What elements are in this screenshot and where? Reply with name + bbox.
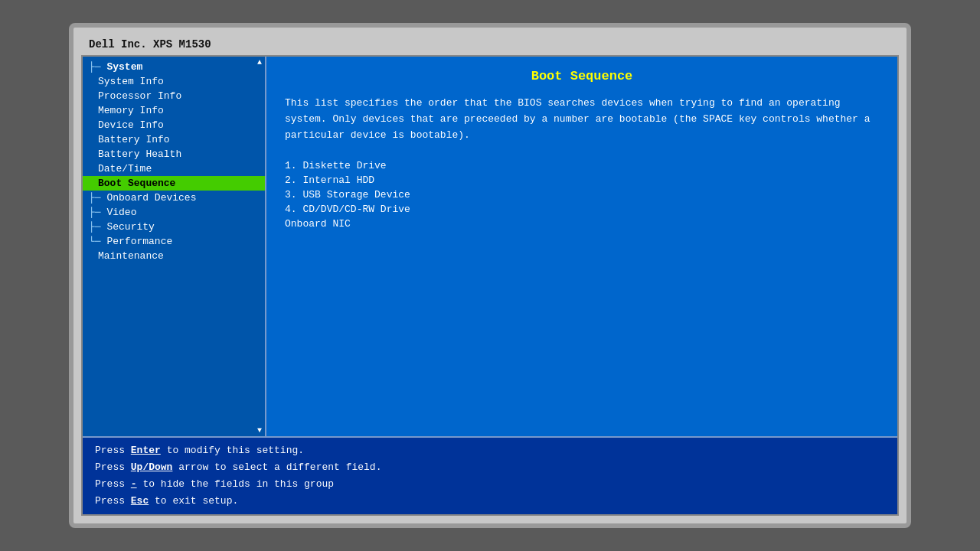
status-line-4: Press Esc to exit setup.	[95, 493, 885, 510]
key-enter: Enter	[131, 445, 161, 456]
sidebar-item-battery-info[interactable]: Battery Info	[83, 132, 265, 147]
tree-icon-system: ├─	[89, 61, 101, 73]
key-minus: -	[131, 478, 137, 490]
tree-icon-performance: └─	[89, 236, 101, 247]
sidebar-item-battery-health[interactable]: Battery Health	[83, 147, 265, 161]
boot-sequence-list: 1. Diskette Drive 2. Internal HDD 3. USB…	[285, 158, 879, 231]
sidebar-item-video[interactable]: ├─ Video	[83, 205, 265, 220]
boot-item-2-number: 2.	[285, 174, 297, 186]
status-line-2: Press Up/Down arrow to select a differen…	[95, 459, 885, 476]
status-bar: Press Enter to modify this setting. Pres…	[83, 436, 897, 514]
boot-item-3[interactable]: 3. USB Storage Device	[285, 187, 879, 202]
sidebar-item-memory-info[interactable]: Memory Info	[83, 103, 265, 118]
title-text: Dell Inc. XPS M1530	[89, 38, 211, 51]
boot-item-1-label: Diskette Drive	[302, 160, 386, 171]
scroll-arrow-bottom: ▼	[257, 426, 262, 435]
sidebar-item-system[interactable]: ├─ System	[83, 60, 265, 74]
tree-icon-video: ├─	[89, 207, 101, 218]
monitor-title: Dell Inc. XPS M1530	[81, 35, 899, 55]
sidebar-item-security[interactable]: ├─ Security	[83, 220, 265, 234]
sidebar-item-performance[interactable]: └─ Performance	[83, 234, 265, 249]
left-nav-panel: ▲ ├─ System System Info Processor Info M…	[83, 57, 266, 436]
status-line-3: Press - to hide the fields in this group	[95, 476, 885, 493]
boot-item-4[interactable]: 4. CD/DVD/CD-RW Drive	[285, 202, 879, 217]
status-line-1: Press Enter to modify this setting.	[95, 442, 885, 459]
boot-item-3-number: 3.	[285, 189, 297, 201]
boot-item-1[interactable]: 1. Diskette Drive	[285, 158, 879, 173]
sidebar-item-device-info[interactable]: Device Info	[83, 118, 265, 132]
scroll-arrow-top: ▲	[257, 58, 262, 67]
sidebar-item-onboard-devices[interactable]: ├─ Onboard Devices	[83, 191, 265, 205]
key-esc: Esc	[131, 495, 149, 507]
right-content-panel: Boot Sequence This list specifies the or…	[266, 57, 897, 436]
boot-item-4-label: CD/DVD/CD-RW Drive	[302, 204, 410, 215]
boot-item-4-number: 4.	[285, 204, 297, 215]
boot-item-5-label: Onboard NIC	[285, 218, 351, 230]
tree-icon-onboard: ├─	[89, 192, 101, 204]
monitor: Dell Inc. XPS M1530 ▲ ├─ System System I…	[69, 23, 911, 528]
sidebar-item-boot-sequence[interactable]: Boot Sequence	[83, 176, 265, 191]
boot-item-5[interactable]: Onboard NIC	[285, 217, 879, 231]
key-updown: Up/Down	[131, 461, 173, 473]
boot-item-3-label: USB Storage Device	[302, 189, 410, 201]
sidebar-item-datetime[interactable]: Date/Time	[83, 161, 265, 176]
sidebar-item-maintenance[interactable]: Maintenance	[83, 249, 265, 263]
boot-item-1-number: 1.	[285, 160, 297, 171]
bios-main: ▲ ├─ System System Info Processor Info M…	[83, 57, 897, 436]
sidebar-item-processor-info[interactable]: Processor Info	[83, 89, 265, 103]
content-description: This list specifies the order that the B…	[285, 96, 879, 143]
content-title: Boot Sequence	[285, 69, 879, 83]
tree-icon-security: ├─	[89, 221, 101, 233]
sidebar-item-system-info[interactable]: System Info	[83, 74, 265, 89]
boot-item-2-label: Internal HDD	[302, 174, 374, 186]
bios-screen: ▲ ├─ System System Info Processor Info M…	[81, 55, 899, 516]
boot-item-2[interactable]: 2. Internal HDD	[285, 173, 879, 187]
